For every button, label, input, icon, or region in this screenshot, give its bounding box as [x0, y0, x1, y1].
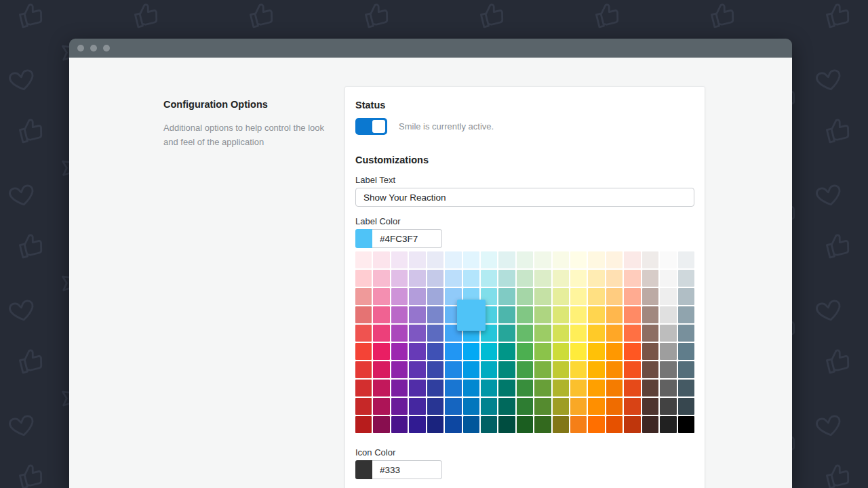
swatch-purple-400[interactable]	[391, 325, 408, 342]
swatch-yellow-900[interactable]	[570, 416, 587, 433]
swatch-pink-500[interactable]	[373, 343, 389, 360]
swatch-green-300[interactable]	[517, 306, 533, 323]
swatch-brown-600[interactable]	[642, 361, 658, 378]
swatch-pink-800[interactable]	[373, 398, 389, 415]
swatch-red-500[interactable]	[355, 343, 372, 360]
swatch-blue-100[interactable]	[445, 270, 461, 287]
swatch-orange-100[interactable]	[606, 270, 623, 287]
swatch-lime-600[interactable]	[553, 361, 569, 378]
swatch-purple-700[interactable]	[391, 380, 408, 396]
swatch-deep-orange-100[interactable]	[624, 270, 640, 287]
swatch-blue-50[interactable]	[445, 251, 461, 268]
swatch-light-blue-900[interactable]	[463, 416, 479, 433]
swatch-cyan-600[interactable]	[481, 361, 497, 378]
swatch-green-900[interactable]	[517, 416, 533, 433]
swatch-blue-grey-600[interactable]	[678, 361, 694, 378]
swatch-teal-300[interactable]	[498, 306, 515, 323]
swatch-deep-purple-800[interactable]	[409, 398, 425, 415]
swatch-deep-purple-200[interactable]	[409, 288, 425, 305]
swatch-orange-300[interactable]	[606, 306, 623, 323]
label-color-swatch[interactable]	[355, 229, 372, 248]
swatch-orange-700[interactable]	[606, 380, 623, 396]
swatch-grey-500[interactable]	[660, 343, 676, 360]
swatch-teal-900[interactable]	[498, 416, 515, 433]
swatch-yellow-600[interactable]	[570, 361, 587, 378]
swatch-green-800[interactable]	[517, 398, 533, 415]
swatch-yellow-200[interactable]	[570, 288, 587, 305]
swatch-cyan-50[interactable]	[481, 251, 497, 268]
window-dot[interactable]	[90, 45, 97, 52]
swatch-light-blue-500[interactable]	[463, 343, 479, 360]
swatch-light-green-200[interactable]	[534, 288, 551, 305]
swatch-deep-purple-50[interactable]	[409, 251, 425, 268]
swatch-blue-grey-400[interactable]	[678, 325, 694, 342]
swatch-light-blue-700[interactable]	[463, 380, 479, 396]
swatch-indigo-100[interactable]	[427, 270, 443, 287]
swatch-pink-50[interactable]	[373, 251, 389, 268]
swatch-grey-100[interactable]	[660, 270, 676, 287]
swatch-pink-200[interactable]	[373, 288, 389, 305]
swatch-purple-200[interactable]	[391, 288, 408, 305]
swatch-light-green-300[interactable]	[534, 306, 551, 323]
swatch-brown-500[interactable]	[642, 343, 658, 360]
swatch-red-50[interactable]	[355, 251, 372, 268]
swatch-green-700[interactable]	[517, 380, 533, 396]
swatch-red-300[interactable]	[355, 306, 372, 323]
swatch-purple-300[interactable]	[391, 306, 408, 323]
swatch-green-50[interactable]	[517, 251, 533, 268]
swatch-lime-900[interactable]	[553, 416, 569, 433]
swatch-light-green-800[interactable]	[534, 398, 551, 415]
swatch-orange-50[interactable]	[606, 251, 623, 268]
swatch-grey-50[interactable]	[660, 251, 676, 268]
swatch-yellow-800[interactable]	[570, 398, 587, 415]
icon-color-input[interactable]	[372, 460, 442, 479]
swatch-deep-purple-100[interactable]	[409, 270, 425, 287]
swatch-deep-orange-800[interactable]	[624, 398, 640, 415]
swatch-indigo-300[interactable]	[427, 306, 443, 323]
swatch-lime-800[interactable]	[553, 398, 569, 415]
swatch-cyan-500[interactable]	[481, 343, 497, 360]
swatch-yellow-400[interactable]	[570, 325, 587, 342]
swatch-indigo-800[interactable]	[427, 398, 443, 415]
swatch-red-800[interactable]	[355, 398, 372, 415]
swatch-light-green-100[interactable]	[534, 270, 551, 287]
swatch-indigo-600[interactable]	[427, 361, 443, 378]
swatch-purple-900[interactable]	[391, 416, 408, 433]
swatch-deep-orange-600[interactable]	[624, 361, 640, 378]
swatch-cyan-100[interactable]	[481, 270, 497, 287]
swatch-teal-500[interactable]	[498, 343, 515, 360]
swatch-deep-orange-700[interactable]	[624, 380, 640, 396]
swatch-blue-700[interactable]	[445, 380, 461, 396]
swatch-teal-700[interactable]	[498, 380, 515, 396]
selected-swatch[interactable]	[457, 300, 486, 331]
swatch-blue-900[interactable]	[445, 416, 461, 433]
swatch-brown-400[interactable]	[642, 325, 658, 342]
swatch-pink-300[interactable]	[373, 306, 389, 323]
swatch-orange-200[interactable]	[606, 288, 623, 305]
swatch-yellow-500[interactable]	[570, 343, 587, 360]
swatch-blue-grey-800[interactable]	[678, 398, 694, 415]
swatch-lime-300[interactable]	[553, 306, 569, 323]
swatch-teal-600[interactable]	[498, 361, 515, 378]
swatch-red-400[interactable]	[355, 325, 372, 342]
swatch-pink-100[interactable]	[373, 270, 389, 287]
swatch-deep-purple-300[interactable]	[409, 306, 425, 323]
swatch-amber-800[interactable]	[588, 398, 604, 415]
swatch-pink-600[interactable]	[373, 361, 389, 378]
swatch-brown-700[interactable]	[642, 380, 658, 396]
swatch-deep-orange-500[interactable]	[624, 343, 640, 360]
swatch-purple-800[interactable]	[391, 398, 408, 415]
swatch-brown-100[interactable]	[642, 270, 658, 287]
swatch-amber-500[interactable]	[588, 343, 604, 360]
swatch-green-500[interactable]	[517, 343, 533, 360]
swatch-indigo-50[interactable]	[427, 251, 443, 268]
swatch-light-green-50[interactable]	[534, 251, 551, 268]
swatch-blue-grey-900[interactable]	[678, 416, 694, 433]
swatch-blue-grey-500[interactable]	[678, 343, 694, 360]
swatch-deep-purple-900[interactable]	[409, 416, 425, 433]
swatch-grey-900[interactable]	[660, 416, 676, 433]
swatch-blue-600[interactable]	[445, 361, 461, 378]
swatch-teal-200[interactable]	[498, 288, 515, 305]
swatch-light-blue-600[interactable]	[463, 361, 479, 378]
swatch-red-100[interactable]	[355, 270, 372, 287]
